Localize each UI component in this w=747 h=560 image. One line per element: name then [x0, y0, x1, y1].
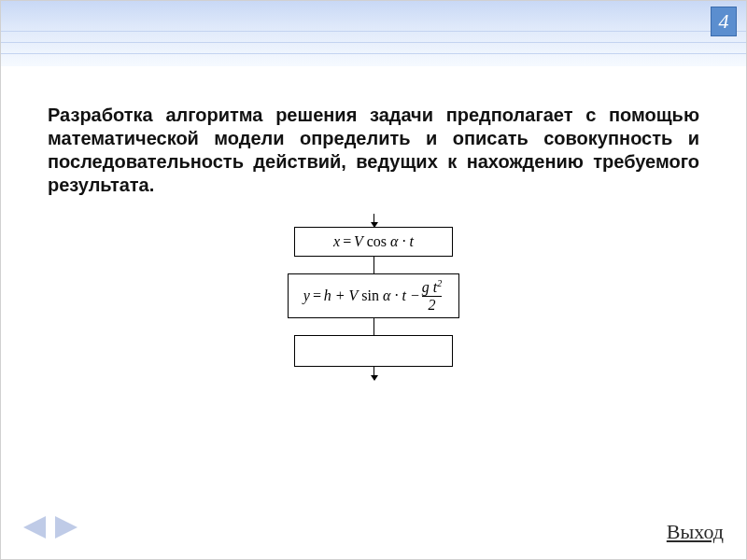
flow-block-3: [294, 335, 453, 367]
connector-in: [374, 214, 374, 227]
connector-2-3: [374, 318, 374, 335]
nav-controls: [23, 516, 78, 539]
b2-fraction: g t2 2: [420, 278, 444, 314]
b1-rhs: V cos α · t: [354, 233, 414, 250]
content-area: Разработка алгоритма решения задачи пред…: [1, 66, 746, 380]
page-number: 4: [711, 7, 737, 36]
prev-arrow-icon[interactable]: [23, 516, 46, 539]
flowchart: x = V cos α · t y = h + V sin α · t − g …: [48, 214, 699, 380]
paragraph: Разработка алгоритма решения задачи пред…: [48, 104, 699, 197]
b2-lhs: y: [303, 287, 310, 304]
header-banner: 4: [1, 1, 746, 66]
connector-1-2: [374, 257, 374, 273]
b1-eq: =: [342, 233, 352, 250]
flow-block-2: y = h + V sin α · t − g t2 2: [288, 273, 459, 318]
bold-lead: Разработка алгоритма: [48, 105, 275, 125]
next-arrow-icon[interactable]: [55, 516, 78, 539]
flow-block-1: x = V cos α · t: [294, 227, 453, 257]
connector-out: [374, 367, 374, 380]
b2-rhs-linear: h + V sin α · t −: [324, 287, 420, 304]
b2-eq: =: [312, 287, 322, 304]
exit-link[interactable]: Выход: [667, 520, 724, 544]
b1-lhs: x: [333, 233, 340, 250]
